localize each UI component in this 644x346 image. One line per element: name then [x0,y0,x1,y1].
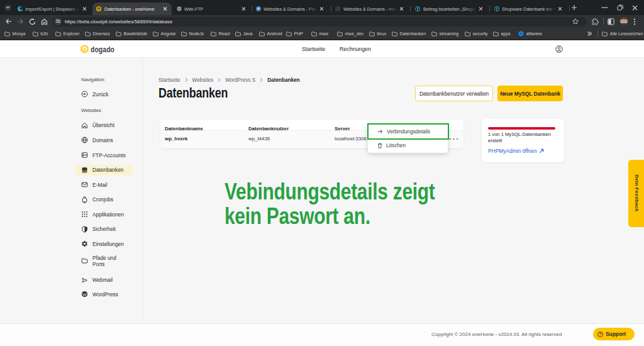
svg-text:?: ? [599,332,602,336]
svg-text:P: P [257,7,260,11]
